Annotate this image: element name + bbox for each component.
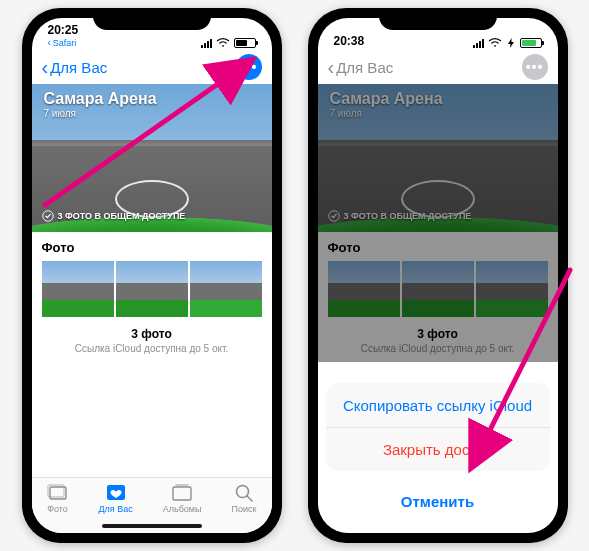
battery-icon xyxy=(234,38,256,48)
back-label: Для Вас xyxy=(50,59,107,76)
photo-thumbs xyxy=(42,261,262,317)
status-time: 20:38 xyxy=(334,34,365,48)
ellipsis-icon: ••• xyxy=(240,59,258,75)
search-icon xyxy=(232,482,257,504)
action-sheet: Скопировать ссылку iCloud Закрыть доступ… xyxy=(326,383,550,523)
shared-badge: 3 ФОТО В ОБЩЕМ ДОСТУПЕ xyxy=(42,210,186,222)
copy-link-button[interactable]: Скопировать ссылку iCloud xyxy=(326,383,550,427)
tab-label: Фото xyxy=(47,504,69,514)
albums-icon xyxy=(163,482,202,504)
nav-bar: ‹ Для Вас ••• xyxy=(318,50,558,84)
photo-thumb[interactable] xyxy=(116,261,188,317)
tab-label: Альбомы xyxy=(163,504,202,514)
check-icon xyxy=(42,210,54,222)
screen-left: 20:25 ‹ Safari ‹ Для Вас ••• xyxy=(32,18,272,533)
photos-expires: Ссылка iCloud доступна до 5 окт. xyxy=(42,343,262,354)
photos-section: Фото 3 фото Ссылка iCloud доступна до 5 … xyxy=(32,232,272,362)
notch xyxy=(93,8,211,30)
cancel-label: Отменить xyxy=(401,493,474,510)
tab-bar: Фото Для Вас Альбомы Поиск xyxy=(32,477,272,533)
photos-count: 3 фото xyxy=(42,327,262,341)
svg-rect-4 xyxy=(173,487,191,500)
status-source: Safari xyxy=(53,38,77,48)
copy-link-label: Скопировать ссылку iCloud xyxy=(343,397,532,414)
screen-right: 20:38 ‹ Для Вас ••• Самара Арена xyxy=(318,18,558,533)
more-button[interactable]: ••• xyxy=(236,54,262,80)
phone-left: 20:25 ‹ Safari ‹ Для Вас ••• xyxy=(22,8,282,543)
chevron-left-icon: ‹ xyxy=(48,37,51,48)
tab-search[interactable]: Поиск xyxy=(232,482,257,514)
back-button[interactable]: ‹ Для Вас xyxy=(42,57,108,77)
notch xyxy=(379,8,497,30)
tab-albums[interactable]: Альбомы xyxy=(163,482,202,514)
cancel-button[interactable]: Отменить xyxy=(326,479,550,523)
tab-label: Поиск xyxy=(232,504,257,514)
back-label: Для Вас xyxy=(336,59,393,76)
more-button: ••• xyxy=(522,54,548,80)
status-left: 20:25 ‹ Safari xyxy=(48,23,79,48)
wifi-icon xyxy=(488,38,502,48)
photo-thumb[interactable] xyxy=(190,261,262,317)
stop-sharing-button[interactable]: Закрыть доступ xyxy=(326,427,550,471)
wifi-icon xyxy=(216,38,230,48)
photos-icon xyxy=(47,482,69,504)
tab-for-you[interactable]: Для Вас xyxy=(99,482,133,514)
phone-right: 20:38 ‹ Для Вас ••• Самара Арена xyxy=(308,8,568,543)
back-button: ‹ Для Вас xyxy=(328,57,394,77)
heart-icon xyxy=(99,482,133,504)
shared-badge-label: 3 ФОТО В ОБЩЕМ ДОСТУПЕ xyxy=(58,211,186,221)
ellipsis-icon: ••• xyxy=(526,59,544,75)
hero-title: Самара Арена xyxy=(44,90,157,108)
status-time: 20:25 xyxy=(48,23,79,37)
home-indicator[interactable] xyxy=(102,524,202,528)
charging-icon xyxy=(506,38,516,48)
dim-overlay[interactable] xyxy=(318,84,558,362)
hero-image: Самара Арена 7 июля 3 ФОТО В ОБЩЕМ ДОСТУ… xyxy=(32,84,272,232)
stop-sharing-label: Закрыть доступ xyxy=(383,441,492,458)
photos-caption: 3 фото Ссылка iCloud доступна до 5 окт. xyxy=(42,327,262,354)
cell-signal-icon xyxy=(473,38,484,48)
status-right xyxy=(473,38,542,48)
chevron-left-icon: ‹ xyxy=(328,57,335,77)
hero-title-block: Самара Арена 7 июля xyxy=(44,90,157,119)
chevron-left-icon: ‹ xyxy=(42,57,49,77)
tab-label: Для Вас xyxy=(99,504,133,514)
action-sheet-cancel-group: Отменить xyxy=(326,479,550,523)
home-indicator[interactable] xyxy=(388,524,488,528)
photo-thumb[interactable] xyxy=(42,261,114,317)
tab-photos[interactable]: Фото xyxy=(47,482,69,514)
action-sheet-group: Скопировать ссылку iCloud Закрыть доступ xyxy=(326,383,550,471)
cell-signal-icon xyxy=(201,38,212,48)
status-right xyxy=(201,38,256,48)
hero-subtitle: 7 июля xyxy=(44,108,157,119)
nav-bar: ‹ Для Вас ••• xyxy=(32,50,272,84)
battery-icon xyxy=(520,38,542,48)
photos-heading: Фото xyxy=(42,240,262,255)
